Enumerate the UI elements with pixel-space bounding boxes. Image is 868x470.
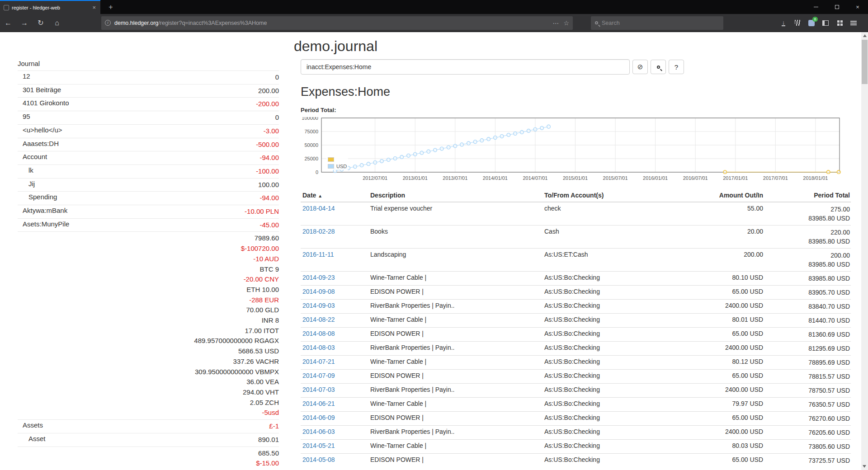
date-link[interactable]: 2018-04-14 <box>302 205 335 212</box>
window-close-button[interactable]: × <box>847 0 868 14</box>
account-link[interactable]: 301 Beiträge <box>23 86 61 94</box>
accounts-table: 120301 Beiträge200.004101 Girokonto-200.… <box>18 71 279 470</box>
reload-button[interactable]: ↻ <box>33 15 49 31</box>
url-text: demo.hledger.org/register?q=inacct%3AExp… <box>114 20 549 26</box>
date-link[interactable]: 2014-05-21 <box>302 442 335 449</box>
date-link[interactable]: 2018-02-28 <box>302 228 335 235</box>
downloads-button[interactable]: ↓ <box>777 15 790 31</box>
account-link[interactable]: Assets <box>23 421 43 429</box>
register-header-row: Date ▲ Description To/From Account(s) Am… <box>301 189 851 202</box>
amount-cell: 65.00 USD <box>692 286 764 300</box>
amount-cell: 79.97 USD <box>692 398 764 412</box>
back-button[interactable]: ← <box>0 15 16 31</box>
balance-amount: 294.00 VHT <box>117 387 279 398</box>
date-link[interactable]: 2014-07-03 <box>302 386 335 393</box>
date-link[interactable]: 2014-08-08 <box>302 330 335 337</box>
main-panel: ⊘ ? Expenses:Home Period Total: 02500050… <box>301 59 851 467</box>
amount-cell: 80.10 USD <box>692 272 764 286</box>
journal-link[interactable]: Journal <box>18 60 40 67</box>
account-balance: 100.00 <box>117 178 279 192</box>
account-link[interactable]: 12 <box>23 72 30 80</box>
register-row: 2014-08-22Wine-Tarner Cable |As:US:Bo:Ch… <box>301 314 851 328</box>
account-cell: As:US:Bo:Checking <box>542 412 692 426</box>
date-link[interactable]: 2016-11-11 <box>302 251 334 258</box>
submit-search-button[interactable] <box>651 60 666 74</box>
window-minimize-button[interactable] <box>806 0 826 14</box>
legend-entry <box>328 156 347 163</box>
account-cell: check <box>542 202 692 226</box>
svg-text:2014/01/01: 2014/01/01 <box>483 175 508 181</box>
amount-cell: 65.00 USD <box>692 454 764 468</box>
library-icon <box>795 20 801 26</box>
register-row: 2014-05-08EDISON POWER |As:US:Bo:Checkin… <box>301 454 851 468</box>
account-link[interactable]: Account <box>23 153 47 160</box>
account-cell: As:US:Bo:Checking <box>542 342 692 356</box>
scrollbar-thumb[interactable] <box>862 40 868 84</box>
balance-amount: 5686.53 USD <box>117 346 279 357</box>
col-date[interactable]: Date ▲ <box>301 189 368 202</box>
date-link[interactable]: 2014-06-09 <box>302 414 335 421</box>
site-info-icon[interactable]: i <box>105 20 111 26</box>
browser-tab[interactable]: register - hledger-web × <box>0 0 100 14</box>
date-link[interactable]: 2014-08-03 <box>302 344 335 351</box>
date-link[interactable]: 2014-05-08 <box>302 456 335 463</box>
legend-label: USD <box>336 164 347 169</box>
account-link[interactable]: Asset <box>28 435 46 442</box>
account-link[interactable]: Jij <box>28 180 35 188</box>
account-link[interactable]: Aktywa:mBank <box>23 207 67 214</box>
forward-button[interactable]: → <box>16 15 33 31</box>
account-balance: -3.00 <box>117 124 279 138</box>
expenses-chart-svg[interactable]: 02500050000750001000002012/07/012013/01/… <box>301 117 843 183</box>
balance-amount: -100.00 <box>117 166 279 177</box>
clear-query-button[interactable]: ⊘ <box>632 60 648 74</box>
sidebar-row: Spending-94.00 <box>18 192 279 205</box>
bookmark-star-icon[interactable]: ☆ <box>563 19 569 27</box>
account-link[interactable]: Aaasets:DH <box>23 140 59 147</box>
tab-close-icon[interactable]: × <box>90 4 98 11</box>
date-link[interactable]: 2014-07-09 <box>302 372 335 379</box>
svg-text:100000: 100000 <box>302 117 318 121</box>
period-total-cell: 78815.57 USD <box>764 370 851 384</box>
page-scrollbar[interactable] <box>861 32 868 470</box>
account-link[interactable]: 4101 Girokonto <box>23 99 69 107</box>
description-cell: EDISON POWER | <box>368 328 542 342</box>
register-row: 2014-07-21Wine-Tarner Cable |As:US:Bo:Ch… <box>301 356 851 370</box>
account-link[interactable]: 95 <box>23 113 30 120</box>
sidebars-button[interactable] <box>819 15 832 31</box>
extension-button[interactable]: 6 <box>805 15 818 31</box>
description-cell: EDISON POWER | <box>368 286 542 300</box>
scroll-down-icon[interactable] <box>863 465 866 468</box>
url-bar[interactable]: i demo.hledger.org/register?q=inacct%3AE… <box>101 16 573 30</box>
account-link[interactable]: lk <box>28 166 33 174</box>
page-actions-icon[interactable]: ⋯ <box>552 19 559 27</box>
library-button[interactable] <box>791 15 804 31</box>
browser-search-bar[interactable]: Search <box>591 16 723 30</box>
balance-amount: $-15.00 <box>117 458 279 469</box>
account-cell: Cash <box>542 226 692 249</box>
svg-text:75000: 75000 <box>304 129 318 134</box>
date-link[interactable]: 2014-06-21 <box>302 400 335 407</box>
menu-button[interactable] <box>847 15 860 31</box>
date-link[interactable]: 2014-09-23 <box>302 274 335 281</box>
period-total-cell: 76350.57 USD <box>764 398 851 412</box>
account-link[interactable]: <u>hello</u> <box>23 126 62 134</box>
navigation-toolbar: ← → ↻ ⌂ i demo.hledger.org/register?q=in… <box>0 14 868 32</box>
download-icon: ↓ <box>782 20 786 26</box>
scroll-up-icon[interactable] <box>863 34 867 37</box>
home-button[interactable]: ⌂ <box>49 15 65 31</box>
date-link[interactable]: 2014-08-22 <box>302 316 335 323</box>
date-link[interactable]: 2014-06-03 <box>302 428 335 435</box>
account-cell: As:US:Bo:Checking <box>542 426 692 440</box>
account-link[interactable]: Spending <box>28 193 57 201</box>
date-link[interactable]: 2014-07-21 <box>302 358 335 365</box>
date-link[interactable]: 2014-09-08 <box>302 288 335 295</box>
query-input[interactable] <box>301 59 630 75</box>
period-total-cell: 275.0083985.80 USD <box>764 202 851 226</box>
date-link[interactable]: 2014-09-03 <box>302 302 335 309</box>
new-tab-button[interactable]: + <box>105 2 117 13</box>
window-restore-button[interactable] <box>826 0 847 14</box>
help-button[interactable]: ? <box>669 60 684 74</box>
account-link[interactable]: Asets:MunyPile <box>23 220 69 228</box>
apps-grid-button[interactable] <box>833 15 846 31</box>
url-domain: demo.hledger.org <box>114 20 158 26</box>
